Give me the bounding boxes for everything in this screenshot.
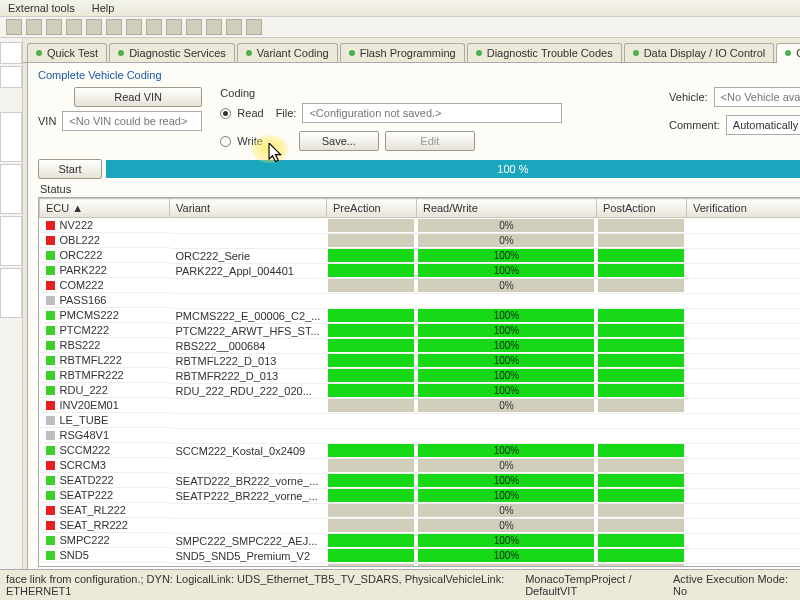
vehicle-select[interactable]: <No Vehicle available> <box>714 87 800 107</box>
tab-variant-coding[interactable]: Variant Coding <box>237 43 338 62</box>
progress-cell: 0% <box>418 519 594 532</box>
toolbar-icon[interactable] <box>106 19 122 35</box>
status-dot-icon <box>246 50 252 56</box>
table-row[interactable]: RDU_222RDU_222_RDU_222_020...100% <box>40 383 801 398</box>
sidebar-icon[interactable] <box>0 112 22 162</box>
table-row[interactable]: SCCM222SCCM222_Kostal_0x2409100% <box>40 443 801 458</box>
table-row[interactable]: NV2220% <box>40 218 801 234</box>
col-preaction[interactable]: PreAction <box>326 199 416 218</box>
progress-cell <box>598 474 684 487</box>
col-postaction[interactable]: PostAction <box>596 199 686 218</box>
table-row[interactable]: SEATD222SEATD222_BR222_vorne_...100% <box>40 473 801 488</box>
table-row[interactable]: SEAT_RR2220% <box>40 518 801 533</box>
col-ecu[interactable]: ECU ▲ <box>40 199 170 218</box>
table-row[interactable]: OBL2220% <box>40 233 801 248</box>
tab-complete-vehicle-coding[interactable]: Complete Vehicle Coding <box>776 43 800 63</box>
progress-cell <box>328 489 414 502</box>
toolbar-icon[interactable] <box>26 19 42 35</box>
status-square-icon <box>46 566 55 568</box>
ecu-name: OBL222 <box>60 234 100 246</box>
vin-field[interactable]: <No VIN could be read> <box>62 111 202 131</box>
comment-field[interactable]: Automatically generated <box>726 115 800 135</box>
variant-cell: SCCM222_Kostal_0x2409 <box>170 443 327 458</box>
toolbar-icon[interactable] <box>126 19 142 35</box>
col-variant[interactable]: Variant <box>170 199 327 218</box>
progress-cell <box>598 279 684 292</box>
variant-cell: SMPC222_SMPC222_AEJ... <box>170 533 327 548</box>
tab-diagnostic-services[interactable]: Diagnostic Services <box>109 43 235 62</box>
ecu-table[interactable]: ECU ▲ Variant PreAction Read/Write PostA… <box>38 197 800 567</box>
table-row[interactable]: PASS166 <box>40 293 801 308</box>
toolbar-icon[interactable] <box>86 19 102 35</box>
table-row[interactable]: LE_TUBE <box>40 413 801 428</box>
status-square-icon <box>46 326 55 335</box>
toolbar-icon[interactable] <box>246 19 262 35</box>
toolbar-icon[interactable] <box>186 19 202 35</box>
table-row[interactable]: RSG48V1 <box>40 428 801 443</box>
sidebar-icon[interactable] <box>0 42 22 64</box>
toolbar-icon[interactable] <box>146 19 162 35</box>
table-row[interactable]: COM2220% <box>40 278 801 293</box>
ecu-name: RBTMFL222 <box>60 354 122 366</box>
table-row[interactable]: RBTMFR222RBTMFR222_D_013100% <box>40 368 801 383</box>
progress-cell <box>598 384 684 397</box>
col-readwrite[interactable]: Read/Write <box>416 199 596 218</box>
progress-cell <box>598 564 684 567</box>
start-button[interactable]: Start <box>38 159 102 179</box>
ecu-name: SCCM222 <box>60 444 111 456</box>
save-button[interactable]: Save... <box>299 131 379 151</box>
progress-cell <box>598 519 684 532</box>
table-row[interactable]: RBS222RBS222__000684100% <box>40 338 801 353</box>
toolbar-icon[interactable] <box>6 19 22 35</box>
progress-cell: 100% <box>418 384 594 397</box>
progress-cell <box>328 279 414 292</box>
table-row[interactable]: SEATP222SEATP222_BR222_vorne_...100% <box>40 488 801 503</box>
sidebar-icon[interactable] <box>0 66 22 88</box>
toolbar-icon[interactable] <box>226 19 242 35</box>
tab-data-display-io-control[interactable]: Data Display / IO Control <box>624 43 775 62</box>
menu-external-tools[interactable]: External tools <box>8 2 75 14</box>
variant-cell: ORC222_Serie <box>170 248 327 263</box>
status-square-icon <box>46 386 55 395</box>
sidebar-icon[interactable] <box>0 216 22 266</box>
table-row[interactable]: ORC222ORC222_Serie100% <box>40 248 801 263</box>
write-radio[interactable] <box>220 136 231 147</box>
table-row[interactable]: PARK222PARK222_Appl_004401100% <box>40 263 801 278</box>
toolbar-icon[interactable] <box>46 19 62 35</box>
table-row[interactable]: SCRCM30% <box>40 458 801 473</box>
sidebar-icon[interactable] <box>0 268 22 318</box>
menu-help[interactable]: Help <box>92 2 115 14</box>
edit-button[interactable]: Edit <box>385 131 475 151</box>
tab-flash-programming[interactable]: Flash Programming <box>340 43 465 62</box>
table-row[interactable]: SMPC222SMPC222_SMPC222_AEJ...100% <box>40 533 801 548</box>
sidebar-icon[interactable] <box>0 164 22 214</box>
file-field[interactable]: <Configuration not saved.> <box>302 103 562 123</box>
table-row[interactable]: PTCM222PTCM222_ARWT_HFS_ST...100% <box>40 323 801 338</box>
main-panel: Complete Vehicle Coding Read VIN VIN <No… <box>27 63 800 574</box>
table-row[interactable]: SOGESTAR20% <box>40 563 801 567</box>
ecu-name: SEAT_RR222 <box>60 519 128 531</box>
table-row[interactable]: INV20EM010% <box>40 398 801 413</box>
variant-cell <box>170 278 327 293</box>
progress-cell <box>598 459 684 472</box>
progress-cell <box>328 534 414 547</box>
progress-cell: 0% <box>418 279 594 292</box>
toolbar-icon[interactable] <box>166 19 182 35</box>
tab-quick-test[interactable]: Quick Test <box>27 43 107 62</box>
ecu-name: PASS166 <box>60 294 107 306</box>
status-square-icon <box>46 416 55 425</box>
table-row[interactable]: SEAT_RL2220% <box>40 503 801 518</box>
table-row[interactable]: SND5SND5_SND5_Premium_V2100% <box>40 548 801 563</box>
left-sidebar <box>0 38 23 578</box>
col-verification[interactable]: Verification <box>686 199 800 218</box>
tab-diagnostic-trouble-codes[interactable]: Diagnostic Trouble Codes <box>467 43 622 62</box>
table-row[interactable]: PMCMS222PMCMS222_E_00006_C2_...100% <box>40 308 801 323</box>
toolbar-icon[interactable] <box>66 19 82 35</box>
ecu-name: RDU_222 <box>60 384 108 396</box>
read-vin-button[interactable]: Read VIN <box>74 87 202 107</box>
progress-cell <box>598 339 684 352</box>
table-row[interactable]: RBTMFL222RBTMFL222_D_013100% <box>40 353 801 368</box>
read-radio[interactable] <box>220 108 231 119</box>
toolbar-icon[interactable] <box>206 19 222 35</box>
variant-cell: RBTMFR222_D_013 <box>170 368 327 383</box>
